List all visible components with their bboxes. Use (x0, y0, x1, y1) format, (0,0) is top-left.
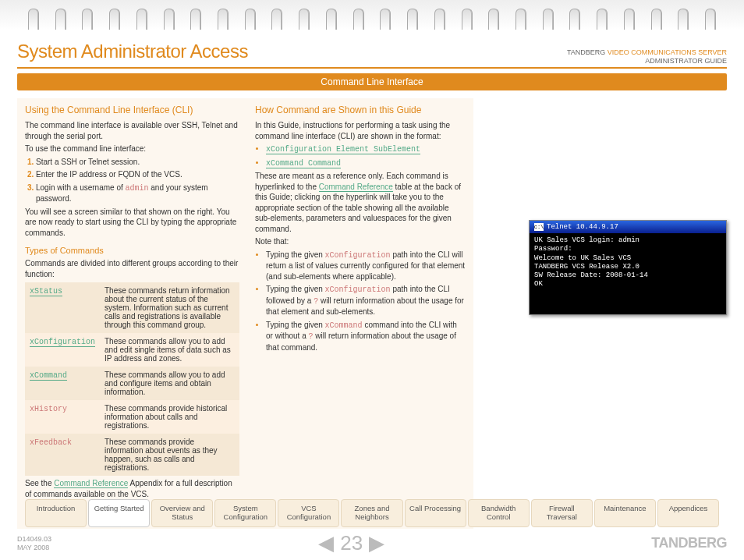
prev-page-button[interactable]: ◀ (318, 531, 334, 555)
heading-how-shown: How Command are Shown in this Guide (255, 105, 466, 115)
table-row: xConfigurationThese commands allow you t… (25, 333, 239, 367)
command-name[interactable]: xConfiguration (30, 338, 95, 347)
table-row: xStatusThese commands return information… (25, 282, 239, 333)
command-desc: These commands return information about … (100, 282, 239, 333)
command-name: xFeedback (30, 438, 72, 447)
command-name: xHistory (30, 405, 67, 413)
page-footer: D14049.03MAY 2008 ◀ 23 ▶ TANDBERG (17, 531, 727, 555)
heading-cli: Using the Command Line Interface (CLI) (25, 105, 239, 115)
section-title-bar: Command Line Interface (17, 73, 727, 90)
nav-tab-getting-started[interactable]: Getting Started (88, 499, 150, 527)
page-content: System Administrator Access TANDBERG VID… (0, 30, 744, 529)
nav-tab-appendices[interactable]: Appendices (657, 499, 719, 527)
command-name[interactable]: xStatus (30, 287, 62, 296)
command-desc: These commands provide information about… (100, 434, 239, 476)
para-use: To use the command line interface: (25, 144, 239, 154)
command-table: xStatusThese commands return information… (25, 282, 239, 476)
nav-tab-zones-and-neighbors[interactable]: Zones and Neighbors (341, 499, 402, 527)
document-meta: TANDBERG VIDEO COMMUNICATIONS SERVER ADM… (567, 48, 727, 66)
document-page: System Administrator Access TANDBERG VID… (0, 0, 744, 560)
para-types: Commands are divided into different grou… (25, 258, 239, 279)
nav-tabs: IntroductionGetting StartedOverview and … (17, 499, 727, 527)
note-label: Note that: (255, 236, 466, 247)
table-row: xCommandThese commands allow you to add … (25, 367, 239, 400)
format-xcommand-link[interactable]: xCommand Command (266, 159, 341, 168)
command-name[interactable]: xCommand (30, 371, 67, 381)
page-header: System Administrator Access TANDBERG VID… (17, 41, 727, 69)
next-page-button[interactable]: ▶ (369, 531, 384, 555)
format-xconfiguration-link[interactable]: xConfiguration Element SubElement (266, 145, 420, 154)
column-middle: How Command are Shown in this Guide In t… (247, 98, 473, 529)
table-row: xFeedbackThese commands provide informat… (25, 434, 239, 476)
nav-tab-firewall-traversal[interactable]: Firewall Traversal (531, 499, 593, 527)
terminal-titlebar: c:\ Telnet 10.44.9.17 (530, 221, 726, 233)
terminal-body: UK Sales VCS login: admin Password: Welc… (530, 233, 726, 292)
page-number: 23 (340, 531, 363, 555)
para-intro: The command line interface is available … (25, 120, 239, 141)
step-1: Start a SSH or Telnet session. (36, 157, 239, 168)
terminal-icon: c:\ (534, 223, 544, 231)
note-item: Typing the given xConfiguration path int… (266, 250, 466, 282)
para-reference: These are meant as a reference only. Eac… (255, 171, 466, 234)
column-right: c:\ Telnet 10.44.9.17 UK Sales VCS login… (473, 98, 727, 529)
terminal-window: c:\ Telnet 10.44.9.17 UK Sales VCS login… (529, 220, 727, 315)
heading-types: Types of Commands (25, 246, 239, 255)
page-navigation: ◀ 23 ▶ (318, 531, 384, 555)
content-columns: Using the Command Line Interface (CLI) T… (17, 98, 727, 529)
nav-tab-bandwidth-control[interactable]: Bandwidth Control (468, 499, 530, 527)
document-id: D14049.03MAY 2008 (17, 535, 51, 552)
step-2: Enter the IP address or FQDN of the VCS. (36, 169, 239, 180)
terminal-title-text: Telnet 10.44.9.17 (547, 223, 618, 231)
command-reference-link-2[interactable]: Command Reference (319, 183, 393, 192)
notes-list: Typing the given xConfiguration path int… (255, 250, 466, 353)
command-reference-link[interactable]: Command Reference (54, 479, 128, 488)
step-3: Login with a username of admin and your … (36, 183, 239, 204)
brand-logo: TANDBERG (651, 535, 727, 551)
command-desc: These commands provide historical inform… (100, 400, 239, 434)
steps-list: Start a SSH or Telnet session. Enter the… (25, 157, 239, 204)
nav-tab-vcs-configuration[interactable]: VCS Configuration (278, 499, 339, 527)
para-after: You will see a screen similar to that sh… (25, 207, 239, 239)
nav-tab-call-processing[interactable]: Call Processing (405, 499, 466, 527)
command-desc: These commands allow you to add and conf… (100, 367, 239, 400)
see-also: See the Command Reference Appendix for a… (25, 478, 239, 499)
nav-tab-introduction[interactable]: Introduction (25, 499, 87, 527)
nav-tab-maintenance[interactable]: Maintenance (594, 499, 656, 527)
para-how-intro: In this Guide, instructions for performi… (255, 120, 466, 141)
nav-tab-overview-and-status[interactable]: Overview and Status (151, 499, 213, 527)
format-list: xConfiguration Element SubElement xComma… (255, 144, 466, 168)
nav-tab-system-configuration[interactable]: System Configuration (214, 499, 276, 527)
note-item: Typing the given xCommand command into t… (266, 320, 466, 353)
page-title: System Administrator Access (17, 41, 248, 62)
note-item: Typing the given xConfiguration path int… (266, 284, 466, 317)
column-left: Using the Command Line Interface (CLI) T… (17, 98, 247, 529)
table-row: xHistoryThese commands provide historica… (25, 400, 239, 434)
spiral-binding (0, 0, 744, 30)
command-desc: These commands allow you to add and edit… (100, 333, 239, 367)
